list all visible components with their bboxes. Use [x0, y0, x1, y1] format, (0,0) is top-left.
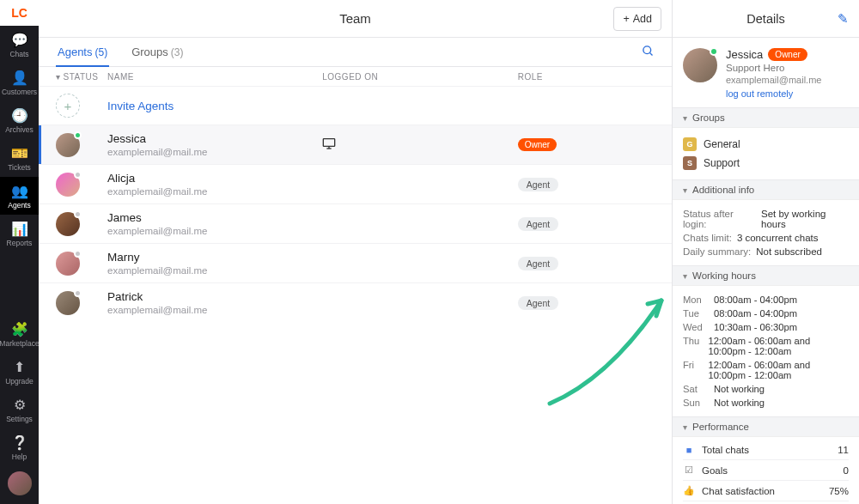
status-dot	[74, 171, 82, 179]
sidebar-item-reports[interactable]: 📊Reports	[0, 215, 39, 252]
col-status[interactable]: ▾STATUS	[56, 72, 107, 82]
agent-row[interactable]: Jessicaexamplemail@mail.me Owner	[39, 124, 672, 164]
marketplace-icon: 🧩	[11, 321, 28, 337]
role-badge: Owner	[518, 138, 557, 151]
perf-icon: ☑	[683, 465, 695, 476]
wh-hours: 10:30am - 06:30pm	[714, 322, 797, 332]
group-row[interactable]: GGeneral	[683, 135, 849, 154]
add-button[interactable]: +Add	[613, 7, 661, 31]
profile-email: examplemail@mail.me	[726, 75, 821, 85]
perf-label: Total chats	[702, 445, 831, 455]
wh-day: Thu	[683, 336, 699, 356]
role-badge: Agent	[518, 178, 558, 191]
wh-hours: Not working	[714, 398, 765, 408]
info-value: Not subscribed	[756, 246, 822, 257]
agent-row[interactable]: Jamesexamplemail@mail.me Agent	[39, 203, 672, 243]
perf-value: 75%	[829, 486, 849, 496]
details-header: Details ✎	[673, 0, 859, 38]
section-groups-header[interactable]: ▾Groups	[673, 107, 859, 128]
perf-value: 11	[838, 445, 849, 455]
wh-day: Wed	[683, 322, 705, 332]
agent-email: examplemail@mail.me	[107, 147, 322, 157]
app-logo: LC	[0, 0, 39, 26]
perf-label: Goals	[702, 465, 837, 476]
agent-row[interactable]: Patrickexamplemail@mail.me Agent	[39, 282, 672, 322]
status-dot	[74, 289, 82, 297]
search-icon[interactable]	[642, 45, 655, 60]
agent-row[interactable]: Alicjaexamplemail@mail.me Agent	[39, 164, 672, 203]
col-logged[interactable]: LOGGED ON	[322, 72, 518, 82]
tabs-row: Agents(5) Groups(3)	[39, 38, 672, 67]
caret-down-icon: ▾	[56, 72, 61, 82]
profile-role: Support Hero	[726, 63, 821, 73]
group-badge: S	[683, 156, 697, 170]
group-row[interactable]: SSupport	[683, 154, 849, 173]
status-dot	[74, 250, 82, 258]
section-performance-header[interactable]: ▾Performance	[673, 416, 859, 437]
avatar	[56, 252, 80, 276]
agent-name: Alicja	[107, 172, 322, 185]
perf-label: Chat satisfaction	[702, 486, 822, 496]
performance-list: ■Total chats11☑Goals0👍Chat satisfaction7…	[673, 437, 859, 504]
agent-row[interactable]: Marnyexamplemail@mail.me Agent	[39, 243, 672, 282]
page-title: Team	[339, 11, 371, 26]
section-additional-header[interactable]: ▾Additional info	[673, 179, 859, 200]
working-hours-row: Thu12:00am - 06:00am and 10:00pm - 12:00…	[683, 334, 849, 358]
sidebar-item-agents[interactable]: 👥Agents	[0, 177, 39, 215]
agent-email: examplemail@mail.me	[107, 265, 322, 276]
profile-name: Jessica	[726, 48, 763, 61]
sidebar-item-chats[interactable]: 💬Chats	[0, 26, 39, 64]
working-hours-row: Mon08:00am - 04:00pm	[683, 293, 849, 307]
info-label: Chats limit:	[683, 233, 732, 243]
sidebar-item-customers[interactable]: 👤Customers	[0, 64, 39, 101]
plus-icon: +	[623, 13, 629, 25]
status-dot	[74, 131, 82, 139]
perf-value: 0	[844, 465, 849, 476]
current-user-avatar[interactable]	[8, 471, 32, 495]
agent-name: Marny	[107, 251, 322, 264]
tab-agents[interactable]: Agents(5)	[56, 38, 109, 66]
ticket-icon: 🎫	[11, 145, 28, 161]
agent-rows: + Invite Agents Jessicaexamplemail@mail.…	[39, 86, 672, 322]
avatar	[56, 173, 80, 197]
working-hours-row: Fri12:00am - 06:00am and 10:00pm - 12:00…	[683, 358, 849, 382]
sidebar-item-upgrade[interactable]: ⬆Upgrade	[0, 353, 39, 391]
logout-remotely-link[interactable]: log out remotely	[726, 88, 821, 99]
wh-hours: Not working	[714, 384, 765, 394]
col-role[interactable]: ROLE	[518, 72, 655, 82]
invite-agents-row[interactable]: + Invite Agents	[39, 86, 672, 124]
chat-icon: 💬	[11, 32, 28, 48]
main-panel: Team +Add Agents(5) Groups(3) ▾STATUS NA…	[39, 0, 673, 504]
chevron-down-icon: ▾	[683, 422, 687, 432]
desktop-icon	[322, 138, 336, 152]
edit-icon[interactable]: ✎	[838, 11, 849, 27]
sidebar-item-tickets[interactable]: 🎫Tickets	[0, 139, 39, 177]
working-hours-list: Mon08:00am - 04:00pmTue08:00am - 04:00pm…	[673, 286, 859, 416]
wh-day: Mon	[683, 295, 705, 305]
chevron-down-icon: ▾	[683, 113, 687, 123]
sidebar-item-marketplace[interactable]: 🧩Marketplace	[0, 315, 39, 353]
agent-name: Patrick	[107, 290, 322, 303]
perf-icon: ■	[683, 445, 695, 455]
avatar	[56, 291, 80, 315]
wh-hours: 08:00am - 04:00pm	[714, 295, 797, 305]
sidebar-item-settings[interactable]: ⚙Settings	[0, 391, 39, 428]
reports-icon: 📊	[11, 221, 28, 237]
status-dot	[74, 210, 82, 218]
role-badge: Agent	[518, 217, 558, 231]
wh-day: Sun	[683, 398, 705, 408]
app-sidebar: LC 💬Chats 👤Customers 🕘Archives 🎫Tickets …	[0, 0, 39, 504]
info-value: Set by working hours	[761, 209, 849, 229]
svg-point-0	[643, 46, 651, 53]
info-label: Status after login:	[683, 209, 756, 229]
wh-day: Fri	[683, 360, 699, 380]
sidebar-item-archives[interactable]: 🕘Archives	[0, 101, 39, 139]
avatar	[56, 212, 80, 236]
profile-avatar	[683, 48, 717, 82]
section-working-hours-header[interactable]: ▾Working hours	[673, 265, 859, 286]
sidebar-item-help[interactable]: ❔Help	[0, 428, 39, 466]
wh-hours: 12:00am - 06:00am and 10:00pm - 12:00am	[708, 336, 849, 356]
tab-groups[interactable]: Groups(3)	[130, 38, 185, 66]
performance-row: ■Total chats11	[683, 440, 849, 460]
col-name[interactable]: NAME	[107, 72, 322, 82]
